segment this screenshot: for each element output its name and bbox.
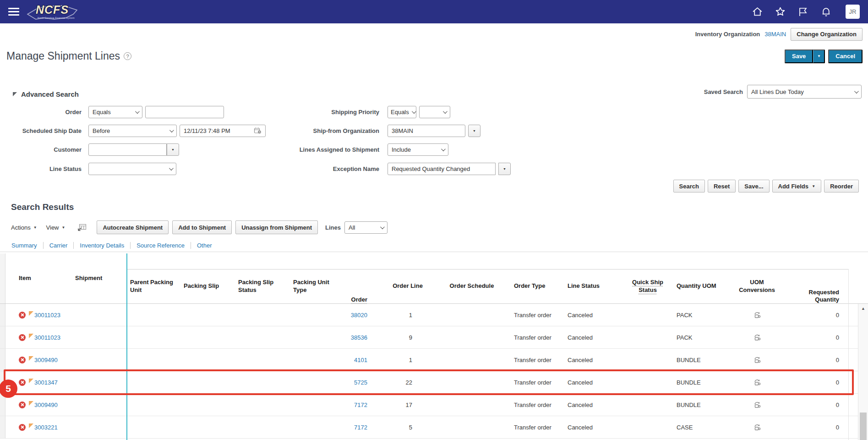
- flag-icon[interactable]: [797, 6, 809, 18]
- order-link[interactable]: 38536: [351, 334, 367, 341]
- column-header-packing-unit-type[interactable]: Packing Unit Type: [289, 253, 333, 303]
- ship-from-organization-input[interactable]: [388, 125, 465, 137]
- column-header-packing-slip-status[interactable]: Packing Slip Status: [235, 253, 289, 303]
- column-header-shipment[interactable]: Shipment: [71, 253, 127, 303]
- error-remove-icon[interactable]: [19, 402, 26, 408]
- column-header-order-type[interactable]: Order Type: [508, 253, 563, 303]
- tab-inventory-details[interactable]: Inventory Details: [74, 242, 130, 249]
- uom-conversion-icon[interactable]: [753, 356, 761, 363]
- table-row[interactable]: 3009490 7172 17 Transfer order Canceled …: [0, 394, 868, 416]
- advanced-search-collapse[interactable]: Advanced Search: [13, 90, 79, 98]
- column-header-line-status[interactable]: Line Status: [563, 253, 623, 303]
- order-link[interactable]: 38020: [351, 312, 367, 319]
- uom-conversion-icon[interactable]: [753, 424, 761, 431]
- exception-name-input[interactable]: [388, 163, 496, 175]
- tab-source-reference[interactable]: Source Reference: [131, 242, 191, 249]
- save-dropdown-arrow[interactable]: ▼: [813, 50, 825, 63]
- favorites-star-icon[interactable]: [774, 6, 786, 18]
- unassign-from-shipment-button[interactable]: Unassign from Shipment: [235, 220, 318, 234]
- scrollbar-up-arrow[interactable]: ▲: [858, 304, 868, 313]
- uom-conversion-icon[interactable]: [753, 334, 761, 341]
- table-row[interactable]: 3003221 7172 5 Transfer order Canceled C…: [0, 416, 868, 439]
- line-status-select[interactable]: [88, 163, 176, 175]
- hamburger-menu-icon[interactable]: [8, 8, 19, 16]
- actions-menu[interactable]: Actions▼: [11, 224, 37, 231]
- item-link[interactable]: 3009490: [34, 357, 58, 363]
- uom-conversion-icon[interactable]: [753, 379, 761, 386]
- table-row[interactable]: 3009490 4101 1 Transfer order Canceled B…: [0, 349, 868, 371]
- customer-dropdown-button[interactable]: ▼: [167, 143, 179, 156]
- column-header-order-line[interactable]: Order Line: [380, 253, 435, 303]
- view-menu[interactable]: View▼: [46, 224, 66, 231]
- column-header-parent-packing-unit[interactable]: Parent Packing Unit: [127, 253, 181, 303]
- vertical-scrollbar[interactable]: ▲: [858, 304, 868, 440]
- column-header-requested-quantity[interactable]: Requested Quantity: [781, 253, 848, 303]
- user-avatar[interactable]: JR: [846, 5, 860, 19]
- order-link[interactable]: 7172: [354, 424, 367, 431]
- help-icon[interactable]: ?: [124, 52, 131, 60]
- item-link[interactable]: 30011023: [34, 312, 60, 319]
- add-to-shipment-button[interactable]: Add to Shipment: [172, 220, 232, 234]
- column-header-item[interactable]: Item: [5, 253, 71, 303]
- order-operator-select[interactable]: Equals: [88, 106, 142, 118]
- tab-summary[interactable]: Summary: [11, 242, 43, 249]
- order-link[interactable]: 5725: [354, 379, 367, 386]
- add-fields-button[interactable]: Add Fields ▼: [772, 180, 822, 192]
- uom-conversion-icon[interactable]: [753, 401, 761, 408]
- table-row[interactable]: 3001347 5725 22 Transfer order Canceled …: [0, 371, 868, 394]
- scrollbar-thumb[interactable]: [860, 412, 867, 440]
- order-link[interactable]: 4101: [354, 357, 367, 363]
- quantity-uom-cell: CASE: [672, 416, 733, 438]
- error-remove-icon[interactable]: [19, 334, 26, 341]
- tab-other[interactable]: Other: [191, 242, 218, 249]
- item-link[interactable]: 30011023: [34, 334, 60, 341]
- line-status-cell: Canceled: [563, 416, 623, 438]
- customer-input[interactable]: [88, 143, 167, 156]
- saved-search-select[interactable]: All Lines Due Today: [747, 85, 862, 99]
- error-remove-icon[interactable]: [19, 379, 26, 386]
- column-header-quick-ship-status[interactable]: Quick Ship Status: [623, 253, 672, 303]
- ship-from-organization-dropdown-button[interactable]: ▼: [468, 125, 480, 137]
- table-row[interactable]: 30011023 38536 9 Transfer order Canceled…: [0, 326, 868, 349]
- tab-carrier[interactable]: Carrier: [44, 242, 74, 249]
- cancel-button[interactable]: Cancel: [828, 50, 863, 63]
- save-search-button[interactable]: Save...: [738, 180, 769, 192]
- table-row[interactable]: 30011023 38020 1 Transfer order Canceled…: [0, 304, 868, 326]
- lines-filter-select[interactable]: All: [344, 221, 388, 234]
- shipping-priority-operator-select[interactable]: Equals: [388, 106, 416, 118]
- reset-button[interactable]: Reset: [708, 180, 736, 192]
- item-link[interactable]: 3009490: [34, 402, 58, 408]
- lines-assigned-to-shipment-select[interactable]: Include: [388, 143, 448, 156]
- error-remove-icon[interactable]: [19, 424, 26, 431]
- ncfs-logo[interactable]: NCFS North Carolina Financial System: [26, 1, 81, 22]
- column-header-order-schedule[interactable]: Order Schedule: [435, 253, 508, 303]
- reorder-button[interactable]: Reorder: [824, 180, 859, 192]
- error-remove-icon[interactable]: [19, 312, 26, 319]
- scheduled-ship-date-input[interactable]: 12/11/23 7:48 PM: [180, 125, 266, 137]
- detach-table-icon[interactable]: [78, 224, 87, 231]
- exception-name-dropdown-button[interactable]: ▼: [498, 163, 511, 175]
- column-header-quantity-uom[interactable]: Quantity UOM: [672, 253, 733, 303]
- item-link[interactable]: 3003221: [34, 424, 58, 431]
- page-title: Manage Shipment Lines: [6, 50, 120, 62]
- column-header-order[interactable]: Order: [333, 253, 380, 303]
- item-link[interactable]: 3001347: [34, 379, 58, 386]
- search-button[interactable]: Search: [673, 180, 705, 192]
- inventory-organization-value-link[interactable]: 38MAIN: [764, 31, 786, 38]
- order-value-input[interactable]: [145, 106, 224, 118]
- collapse-triangle-icon: [13, 92, 17, 96]
- notifications-bell-icon[interactable]: [820, 6, 832, 18]
- shipping-priority-value-select[interactable]: [419, 106, 450, 118]
- column-header-uom-conversions[interactable]: UOM Conversions: [733, 253, 781, 303]
- error-remove-icon[interactable]: [19, 357, 26, 363]
- home-icon[interactable]: [751, 6, 763, 18]
- uom-conversion-icon[interactable]: [753, 311, 761, 319]
- save-button[interactable]: Save: [785, 50, 813, 63]
- autocreate-shipment-button[interactable]: Autocreate Shipment: [97, 220, 169, 234]
- change-organization-button[interactable]: Change Organization: [791, 28, 863, 41]
- uom-conversions-cell: [733, 349, 781, 371]
- frozen-column-divider[interactable]: [126, 253, 127, 440]
- scheduled-ship-date-operator-select[interactable]: Before: [88, 125, 177, 137]
- order-link[interactable]: 7172: [354, 402, 367, 408]
- column-header-packing-slip[interactable]: Packing Slip: [181, 253, 235, 303]
